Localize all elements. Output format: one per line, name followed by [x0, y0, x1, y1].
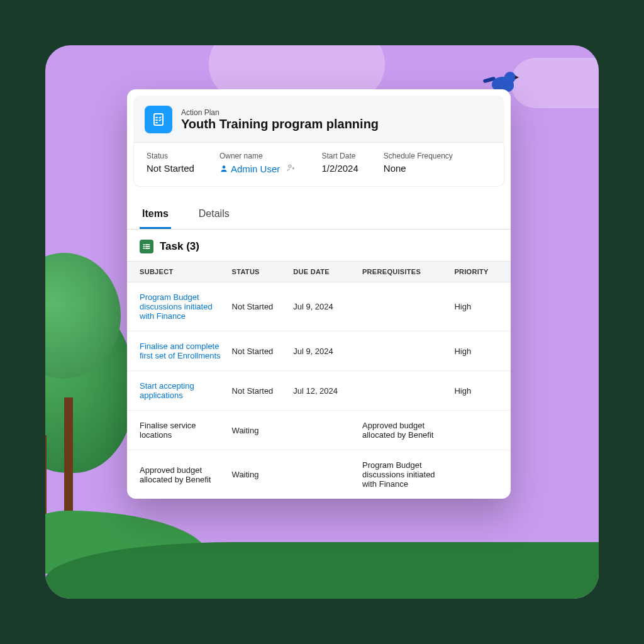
- owner-link[interactable]: Admin User: [219, 164, 280, 174]
- status-value: Not Started: [147, 163, 194, 174]
- action-plan-card: Action Plan Youth Training program plann…: [127, 89, 511, 499]
- svg-point-2: [289, 165, 291, 167]
- task-status: Waiting: [227, 411, 289, 450]
- card-header: Action Plan Youth Training program plann…: [133, 96, 504, 143]
- task-prerequisites: [357, 282, 449, 331]
- column-priority: PRIORITY: [449, 262, 511, 282]
- task-priority: High: [449, 371, 511, 411]
- task-prerequisites: Approved budget allocated by Benefit: [357, 411, 449, 450]
- task-prerequisites: [357, 331, 449, 371]
- task-subject[interactable]: Finalise and complete first set of Enrol…: [140, 341, 221, 360]
- user-icon: [219, 164, 228, 173]
- page-title: Youth Training program planning: [181, 117, 379, 131]
- start-date-label: Start Date: [321, 152, 358, 160]
- change-owner-icon[interactable]: [286, 163, 296, 173]
- task-prerequisites: Program Budget discussions initiated wit…: [357, 450, 449, 499]
- task-status: Not Started: [227, 282, 289, 331]
- task-status: Not Started: [227, 331, 289, 371]
- task-priority: [449, 411, 511, 450]
- task-due-date: Jul 9, 2024: [288, 282, 357, 331]
- svg-rect-0: [154, 114, 163, 125]
- task-status: Not Started: [227, 371, 289, 411]
- status-label: Status: [147, 152, 194, 160]
- tab-items[interactable]: Items: [140, 202, 171, 229]
- owner-name: Admin User: [231, 164, 280, 174]
- task-prerequisites: [357, 371, 449, 411]
- task-subject: Finalise service locations: [140, 421, 196, 440]
- task-priority: High: [449, 331, 511, 371]
- task-subject[interactable]: Program Budget discussions initiated wit…: [140, 292, 213, 321]
- column-due-date: DUE DATE: [288, 262, 357, 282]
- record-type-label: Action Plan: [181, 108, 379, 117]
- svg-point-1: [223, 165, 226, 169]
- table-row: Approved budget allocated by BenefitWait…: [127, 450, 511, 499]
- frequency-label: Schedule Frequency: [384, 152, 453, 160]
- cloud-shape: [511, 58, 599, 108]
- start-date-value: 1/2/2024: [321, 163, 358, 174]
- table-row: Finalise and complete first set of Enrol…: [127, 331, 511, 371]
- table-row: Finalise service locationsWaitingApprove…: [127, 411, 511, 450]
- task-due-date: Jul 12, 2024: [288, 371, 357, 411]
- task-status: Waiting: [227, 450, 289, 499]
- ground-shape: [45, 542, 599, 599]
- tab-details[interactable]: Details: [196, 202, 232, 229]
- task-due-date: [288, 450, 357, 499]
- table-row: Start accepting applicationsNot StartedJ…: [127, 371, 511, 411]
- tab-bar: Items Details: [127, 202, 511, 230]
- task-due-date: Jul 9, 2024: [288, 331, 357, 371]
- task-subject[interactable]: Start accepting applications: [140, 381, 194, 400]
- table-row: Program Budget discussions initiated wit…: [127, 282, 511, 331]
- column-status: STATUS: [227, 262, 289, 282]
- task-table: SUBJECT STATUS DUE DATE PREREQUISITES PR…: [127, 261, 511, 499]
- task-section-title: Task (3): [160, 240, 199, 253]
- action-plan-icon: [145, 106, 172, 133]
- column-subject: SUBJECT: [127, 262, 227, 282]
- task-priority: High: [449, 282, 511, 331]
- task-due-date: [288, 411, 357, 450]
- owner-label: Owner name: [219, 152, 297, 160]
- frequency-value: None: [384, 163, 453, 174]
- task-subject: Approved budget allocated by Benefit: [140, 465, 211, 484]
- task-section-header: Task (3): [127, 230, 511, 261]
- task-icon: [140, 240, 153, 253]
- task-priority: [449, 450, 511, 499]
- column-prerequisites: PREREQUISITES: [357, 262, 449, 282]
- summary-bar: Status Not Started Owner name Admin User…: [133, 143, 504, 187]
- background-illustration: Action Plan Youth Training program plann…: [45, 45, 599, 599]
